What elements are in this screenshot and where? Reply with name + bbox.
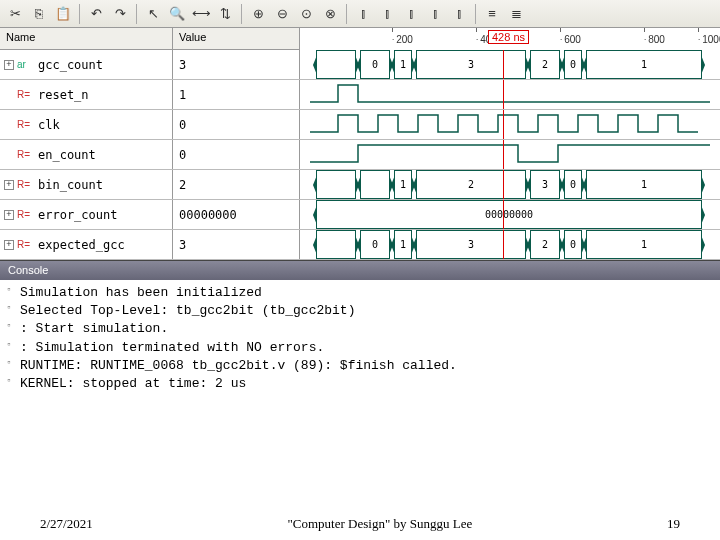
redo-icon[interactable]: ↷ bbox=[109, 3, 131, 25]
bus-segment: 0 bbox=[564, 170, 582, 199]
waveform[interactable] bbox=[300, 110, 720, 139]
undo-icon[interactable]: ↶ bbox=[85, 3, 107, 25]
expand-icon[interactable]: + bbox=[4, 240, 14, 250]
console-header[interactable]: Console bbox=[0, 260, 720, 280]
cursor-readout: 428 ns bbox=[488, 30, 529, 44]
console-line: ▫: Simulation terminated with NO errors. bbox=[4, 339, 716, 357]
bus-segment bbox=[316, 50, 356, 79]
expand-icon[interactable]: + bbox=[4, 210, 14, 220]
expand-icon[interactable]: + bbox=[4, 60, 14, 70]
wave5-icon[interactable]: ⫿ bbox=[448, 3, 470, 25]
time-ruler[interactable]: 428 ns ·200·400·600·800·1000 bbox=[300, 28, 720, 50]
cut-icon[interactable]: ✂ bbox=[4, 3, 26, 25]
name-header[interactable]: Name bbox=[0, 28, 173, 49]
wave4-icon[interactable]: ⫿ bbox=[424, 3, 446, 25]
footer-title: "Computer Design" by Sunggu Lee bbox=[288, 516, 473, 532]
signal-row[interactable]: R=reset_n1 bbox=[0, 80, 720, 110]
toolbar: ✂ ⎘ 📋 ↶ ↷ ↖ 🔍 ⟷ ⇅ ⊕ ⊖ ⊙ ⊗ ⫿ ⫿ ⫿ ⫿ ⫿ ≡ ≣ bbox=[0, 0, 720, 28]
signal-row[interactable]: +R=bin_count212301 bbox=[0, 170, 720, 200]
wave3-icon[interactable]: ⫿ bbox=[400, 3, 422, 25]
wave1-icon[interactable]: ⫿ bbox=[352, 3, 374, 25]
bus-segment: 2 bbox=[416, 170, 526, 199]
copy-icon[interactable]: ⎘ bbox=[28, 3, 50, 25]
pointer-icon[interactable]: ↖ bbox=[142, 3, 164, 25]
signal-value: 0 bbox=[173, 110, 300, 139]
signal-type-icon: R= bbox=[17, 119, 35, 131]
bus-segment: 1 bbox=[586, 50, 702, 79]
signal-type-icon: R= bbox=[17, 209, 35, 221]
bus-segment: 3 bbox=[416, 50, 526, 79]
signal-row[interactable]: R=clk0 bbox=[0, 110, 720, 140]
bus-segment bbox=[360, 170, 390, 199]
value-header[interactable]: Value bbox=[173, 28, 300, 49]
bus-segment: 1 bbox=[394, 170, 412, 199]
signal-type-icon: R= bbox=[17, 179, 35, 191]
signal-name: reset_n bbox=[38, 88, 89, 102]
signal-type-icon: R= bbox=[17, 89, 35, 101]
signal-value: 2 bbox=[173, 170, 300, 199]
footer-page: 19 bbox=[667, 516, 680, 532]
bus-segment: 1 bbox=[586, 230, 702, 259]
signal-name: error_count bbox=[38, 208, 117, 222]
waveform[interactable]: 12301 bbox=[300, 170, 720, 199]
console-line: ▫KERNEL: stopped at time: 2 us bbox=[4, 375, 716, 393]
console-line: ▫Selected Top-Level: tb_gcc2bit (tb_gcc2… bbox=[4, 302, 716, 320]
waveform[interactable]: 013201 bbox=[300, 50, 720, 79]
signal-name: expected_gcc bbox=[38, 238, 125, 252]
bus-segment: 00000000 bbox=[316, 200, 702, 229]
ruler-tick: ·200 bbox=[392, 28, 413, 50]
signal-value: 0 bbox=[173, 140, 300, 169]
signal-row[interactable]: R=en_count0 bbox=[0, 140, 720, 170]
slide-footer: 2/27/2021 "Computer Design" by Sunggu Le… bbox=[0, 516, 720, 532]
signal-type-icon: R= bbox=[17, 149, 35, 161]
signal-value: 1 bbox=[173, 80, 300, 109]
bus-segment: 1 bbox=[394, 50, 412, 79]
bus-segment bbox=[316, 230, 356, 259]
group2-icon[interactable]: ≣ bbox=[505, 3, 527, 25]
signal-value: 3 bbox=[173, 50, 300, 79]
signal-value: 3 bbox=[173, 230, 300, 259]
wave2-icon[interactable]: ⫿ bbox=[376, 3, 398, 25]
bus-segment: 0 bbox=[360, 50, 390, 79]
group1-icon[interactable]: ≡ bbox=[481, 3, 503, 25]
console-body: ▫Simulation has been initialized▫Selecte… bbox=[0, 280, 720, 397]
signal-row[interactable]: +R=error_count0000000000000000 bbox=[0, 200, 720, 230]
signal-name: bin_count bbox=[38, 178, 103, 192]
bus-segment: 2 bbox=[530, 230, 560, 259]
zoom-icon[interactable]: 🔍 bbox=[166, 3, 188, 25]
zoom-full-icon[interactable]: ⊗ bbox=[319, 3, 341, 25]
console-line: ▫RUNTIME: RUNTIME_0068 tb_gcc2bit.v (89)… bbox=[4, 357, 716, 375]
bus-segment: 0 bbox=[360, 230, 390, 259]
footer-date: 2/27/2021 bbox=[40, 516, 93, 532]
zoom-out-icon[interactable]: ⊖ bbox=[271, 3, 293, 25]
waveform[interactable] bbox=[300, 140, 720, 169]
signal-row[interactable]: +argcc_count3013201 bbox=[0, 50, 720, 80]
waveform[interactable]: 013201 bbox=[300, 230, 720, 259]
waveform[interactable]: 00000000 bbox=[300, 200, 720, 229]
signal-type-icon: ar bbox=[17, 59, 35, 71]
expand-icon[interactable]: + bbox=[4, 180, 14, 190]
bus-segment: 0 bbox=[564, 230, 582, 259]
ruler-tick: ·800 bbox=[644, 28, 665, 50]
signal-value: 00000000 bbox=[173, 200, 300, 229]
column-headers: Name Value 428 ns ·200·400·600·800·1000 bbox=[0, 28, 720, 50]
ruler-tick: ·1000 bbox=[698, 28, 720, 50]
bus-segment bbox=[316, 170, 356, 199]
bus-segment: 3 bbox=[530, 170, 560, 199]
bus-segment: 3 bbox=[416, 230, 526, 259]
bus-segment: 1 bbox=[586, 170, 702, 199]
zoom-fit-icon[interactable]: ⊙ bbox=[295, 3, 317, 25]
waveform[interactable] bbox=[300, 80, 720, 109]
bus-segment: 1 bbox=[394, 230, 412, 259]
signal-name: gcc_count bbox=[38, 58, 103, 72]
measure-icon[interactable]: ⟷ bbox=[190, 3, 212, 25]
zoom-in-icon[interactable]: ⊕ bbox=[247, 3, 269, 25]
nav-icon[interactable]: ⇅ bbox=[214, 3, 236, 25]
paste-icon[interactable]: 📋 bbox=[52, 3, 74, 25]
signal-row[interactable]: +R=expected_gcc3013201 bbox=[0, 230, 720, 260]
console-line: ▫Simulation has been initialized bbox=[4, 284, 716, 302]
console-line: ▫: Start simulation. bbox=[4, 320, 716, 338]
bus-segment: 2 bbox=[530, 50, 560, 79]
signal-name: en_count bbox=[38, 148, 96, 162]
signal-name: clk bbox=[38, 118, 60, 132]
